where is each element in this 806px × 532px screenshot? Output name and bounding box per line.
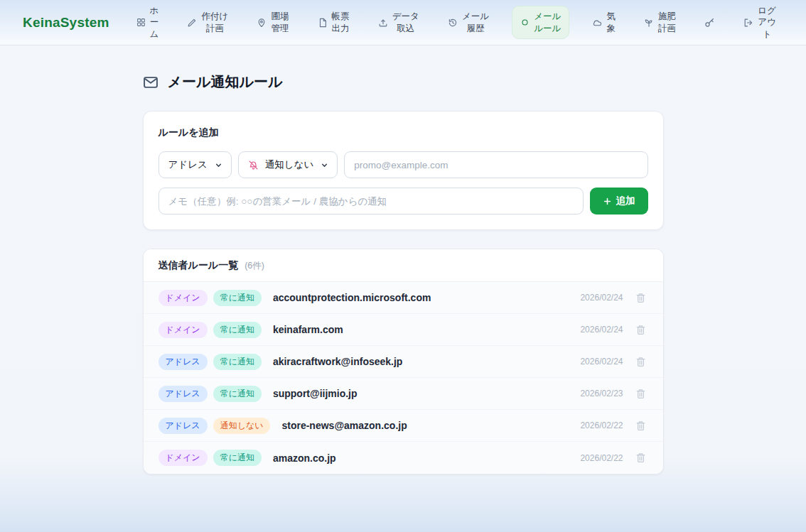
nav-item-label: 圃場管理 xyxy=(271,11,289,34)
delete-rule-button[interactable] xyxy=(633,291,648,305)
rule-date: 2026/02/23 xyxy=(580,389,623,398)
rule-value: keinafarm.com xyxy=(273,324,343,335)
chevron-down-icon xyxy=(214,161,223,170)
nav-item-api-key[interactable] xyxy=(699,13,721,31)
rule-type-badge: アドレス xyxy=(158,386,208,402)
nav-item-label: メール履歴 xyxy=(462,11,489,34)
nav-item-label: メールルール xyxy=(534,11,561,34)
nav-item-mail-history[interactable]: メール履歴 xyxy=(442,7,495,38)
rule-type-badge: アドレス xyxy=(158,418,208,434)
rule-row: アドレス 常に通知 support@iijmio.jp 2026/02/23 xyxy=(144,378,663,410)
rule-date: 2026/02/24 xyxy=(580,293,623,303)
sender-rules-card: 送信者ルール一覧 (6件) ドメイン 常に通知 accountprotectio… xyxy=(143,249,664,474)
logout-icon xyxy=(743,18,753,28)
rule-type-badge: ドメイン xyxy=(158,322,208,338)
rule-action-select[interactable]: 通知しない xyxy=(238,151,338,178)
add-rule-card: ルールを追加 アドレス 通知しない xyxy=(143,111,664,230)
nav-item-mail-rules[interactable]: メールルール xyxy=(512,6,569,39)
brand-logo[interactable]: KeinaSystem xyxy=(23,15,109,31)
rule-action-badge: 常に通知 xyxy=(213,354,262,370)
page-title: メール通知ルール xyxy=(143,72,664,92)
circle-icon xyxy=(520,18,530,27)
sender-rules-list: ドメイン 常に通知 accountprotection.microsoft.co… xyxy=(144,282,663,474)
delete-rule-button[interactable] xyxy=(633,354,648,369)
trash-icon xyxy=(635,356,647,368)
rule-row: ドメイン 常に通知 amazon.co.jp 2026/02/22 xyxy=(144,442,663,474)
mail-envelope-icon xyxy=(143,75,158,90)
rule-value: store-news@amazon.co.jp xyxy=(281,420,407,431)
main-nav: ホーム 作付け計画 圃場管理 帳票出力 データ取込 メール履歴 メールルール 気… xyxy=(131,1,782,43)
rule-type-select[interactable]: アドレス xyxy=(158,151,232,178)
rule-action-badge: 通知しない xyxy=(213,418,271,434)
rule-type-badge: アドレス xyxy=(158,354,208,370)
rule-action-select-value: 通知しない xyxy=(265,158,313,171)
delete-rule-button[interactable] xyxy=(633,386,648,401)
rule-value: support@iijmio.jp xyxy=(273,388,358,399)
map-pin-icon xyxy=(257,18,267,28)
document-icon xyxy=(318,18,328,28)
bell-off-icon xyxy=(248,160,259,170)
rule-type-select-value: アドレス xyxy=(168,158,208,171)
pencil-icon xyxy=(187,18,197,28)
nav-item-report-output[interactable]: 帳票出力 xyxy=(312,7,355,38)
rule-type-badge: ドメイン xyxy=(158,290,208,306)
trash-icon xyxy=(635,292,647,304)
memo-input[interactable] xyxy=(158,188,584,215)
nav-item-fertilization-plan[interactable]: 施肥計画 xyxy=(638,7,682,38)
seedling-icon xyxy=(644,18,654,28)
nav-item-field-management[interactable]: 圃場管理 xyxy=(251,7,294,38)
upload-icon xyxy=(378,18,388,28)
sender-rules-header: 送信者ルール一覧 (6件) xyxy=(144,249,663,282)
page-title-text: メール通知ルール xyxy=(168,72,283,92)
rule-value: accountprotection.microsoft.com xyxy=(273,292,431,303)
delete-rule-button[interactable] xyxy=(633,418,648,433)
delete-rule-button[interactable] xyxy=(633,450,648,465)
sender-rules-count: (6件) xyxy=(245,260,264,272)
plus-icon xyxy=(603,197,612,206)
nav-item-label: 帳票出力 xyxy=(332,11,350,34)
add-rule-heading: ルールを追加 xyxy=(158,126,648,139)
nav-item-label: 施肥計画 xyxy=(658,11,676,34)
rule-value: amazon.co.jp xyxy=(273,452,336,464)
rule-row: ドメイン 常に通知 accountprotection.microsoft.co… xyxy=(144,282,663,314)
nav-item-label: 作付け計画 xyxy=(201,11,228,34)
rule-action-badge: 常に通知 xyxy=(213,322,262,338)
main-content: メール通知ルール ルールを追加 アドレス 通知しない xyxy=(0,45,806,474)
rule-action-badge: 常に通知 xyxy=(213,386,262,402)
rule-row: アドレス 常に通知 akiracraftwork@infoseek.jp 202… xyxy=(144,346,663,378)
nav-item-planting-plan[interactable]: 作付け計画 xyxy=(181,7,234,38)
nav-item-weather[interactable]: 気象 xyxy=(586,7,621,38)
rule-row: アドレス 通知しない store-news@amazon.co.jp 2026/… xyxy=(144,410,663,442)
history-icon xyxy=(448,18,458,28)
nav-item-label: 気象 xyxy=(606,11,616,34)
rule-date: 2026/02/22 xyxy=(580,420,623,430)
rule-row: ドメイン 常に通知 keinafarm.com 2026/02/24 xyxy=(144,314,663,346)
email-input[interactable] xyxy=(344,151,648,178)
add-button-label: 追加 xyxy=(616,195,635,207)
key-icon xyxy=(704,17,715,28)
top-nav-bar: KeinaSystem ホーム 作付け計画 圃場管理 帳票出力 データ取込 メー… xyxy=(0,0,806,45)
trash-icon xyxy=(635,452,647,464)
sender-rules-title: 送信者ルール一覧 xyxy=(158,259,239,272)
delete-rule-button[interactable] xyxy=(633,322,648,337)
add-rule-button[interactable]: 追加 xyxy=(590,188,648,215)
nav-item-data-import[interactable]: データ取込 xyxy=(372,7,425,38)
chevron-down-icon xyxy=(320,161,329,170)
nav-item-label: データ取込 xyxy=(392,11,419,34)
rule-date: 2026/02/22 xyxy=(580,453,623,463)
rule-action-badge: 常に通知 xyxy=(213,450,262,466)
rule-date: 2026/02/24 xyxy=(580,325,623,335)
cloud-icon xyxy=(592,18,602,28)
trash-icon xyxy=(635,388,647,400)
trash-icon xyxy=(635,324,647,336)
nav-item-logout[interactable]: ログアウト xyxy=(738,1,782,43)
rule-date: 2026/02/24 xyxy=(580,357,623,367)
nav-item-label: ログアウト xyxy=(758,5,776,40)
nav-item-label: ホーム xyxy=(150,5,159,40)
rule-value: akiracraftwork@infoseek.jp xyxy=(273,356,403,367)
trash-icon xyxy=(635,420,647,432)
grid-icon xyxy=(136,18,146,27)
rule-action-badge: 常に通知 xyxy=(213,290,262,306)
nav-item-home[interactable]: ホーム xyxy=(131,1,165,43)
rule-type-badge: ドメイン xyxy=(158,450,208,466)
